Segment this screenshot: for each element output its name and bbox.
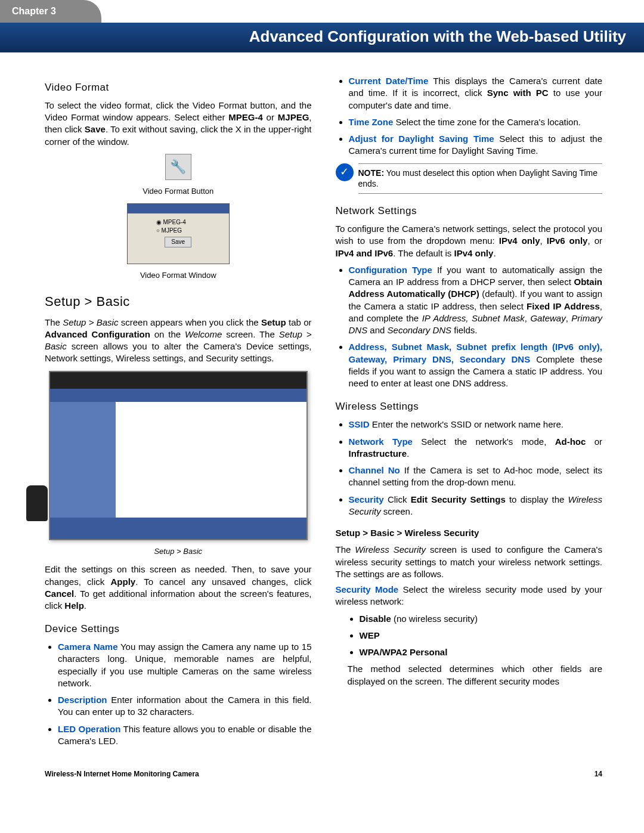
video-format-button-caption: Video Format Button (45, 186, 312, 197)
edit-instructions: Edit the settings on this screen as need… (45, 563, 312, 612)
camera-name-item: Camera Name You may assign the Camera an… (58, 641, 312, 689)
wep-item: WEP (360, 630, 603, 642)
channel-item: Channel No If the Camera is set to Ad-ho… (349, 465, 603, 489)
setup-basic-caption: Setup > Basic (45, 546, 312, 557)
note-text: NOTE: You must deselect this option when… (358, 163, 603, 194)
current-date-item: Current Date/Time This displays the Came… (349, 75, 603, 112)
wireless-security-text: The Wireless Security screen is used to … (336, 544, 603, 580)
wireless-list: SSID Enter the network's SSID or network… (336, 419, 603, 518)
device-settings-heading: Device Settings (45, 623, 312, 636)
page-title-bar: Advanced Configuration with the Web-base… (0, 23, 644, 52)
wpa-item: WPA/WPA2 Personal (360, 646, 603, 658)
led-operation-item: LED Operation This feature allows you to… (58, 723, 312, 748)
video-format-window-image: ◉ MPEG-4 ○ MJPEG Save (127, 203, 230, 264)
security-mode-text: Security Mode Select the wireless securi… (336, 584, 603, 608)
right-column: Current Date/Time This displays the Came… (336, 70, 603, 752)
left-column: Video Format To select the video format,… (45, 70, 312, 752)
setup-basic-text: The Setup > Basic screen appears when yo… (45, 317, 312, 365)
page-footer: Wireless-N Internet Home Monitoring Came… (0, 764, 644, 790)
datetime-list: Current Date/Time This displays the Came… (336, 75, 603, 157)
page-number: 14 (595, 770, 602, 778)
disable-item: Disable (no wireless security) (360, 613, 603, 625)
setup-basic-screenshot (49, 371, 308, 540)
address-item: Address, Subnet Mask, Subnet prefix leng… (349, 341, 603, 389)
setup-basic-heading: Setup > Basic (45, 293, 312, 311)
checkmark-icon: ✓ (336, 163, 354, 181)
chapter-tab: Chapter 3 (0, 0, 101, 23)
config-type-item: Configuration Type If you want to automa… (349, 264, 603, 337)
wireless-security-heading: Setup > Basic > Wireless Security (336, 527, 603, 539)
note-box: ✓ NOTE: You must deselect this option wh… (336, 163, 603, 194)
content-area: Video Format To select the video format,… (0, 52, 644, 764)
video-format-window-caption: Video Format Window (45, 270, 312, 281)
video-format-button-image (165, 154, 191, 180)
device-settings-list: Camera Name You may assign the Camera an… (45, 641, 312, 747)
security-mode-list: Disable (no wireless security) WEP WPA/W… (336, 613, 603, 659)
security-item: Security Click Edit Security Settings to… (349, 494, 603, 518)
network-settings-text: To configure the Camera's network settin… (336, 223, 603, 259)
time-zone-item: Time Zone Select the time zone for the C… (349, 116, 603, 128)
video-format-heading: Video Format (45, 81, 312, 95)
network-list: Configuration Type If you want to automa… (336, 264, 603, 390)
dst-item: Adjust for Daylight Saving Time Select t… (349, 133, 603, 157)
network-type-item: Network Type Select the network's mode, … (349, 436, 603, 460)
ssid-item: SSID Enter the network's SSID or network… (349, 419, 603, 431)
description-item: Description Enter information about the … (58, 694, 312, 719)
wireless-settings-heading: Wireless Settings (336, 400, 603, 414)
network-settings-heading: Network Settings (336, 205, 603, 218)
video-format-text: To select the video format, click the Vi… (45, 100, 312, 148)
footer-product: Wireless-N Internet Home Monitoring Came… (45, 770, 199, 778)
method-text: The method selected determines which oth… (348, 663, 603, 688)
